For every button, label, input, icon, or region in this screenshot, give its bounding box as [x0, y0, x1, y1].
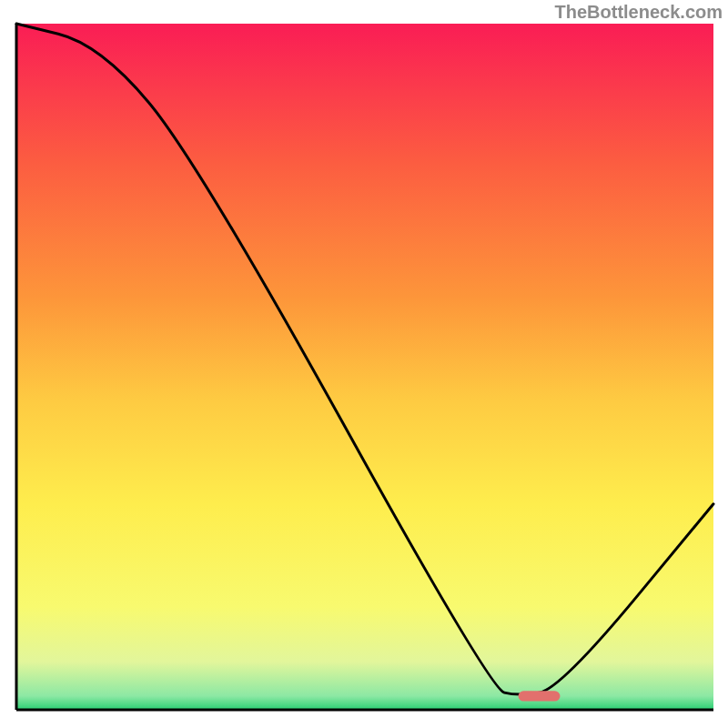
plot-background	[16, 24, 713, 710]
bottleneck-chart	[0, 0, 728, 728]
optimal-marker	[519, 691, 561, 701]
watermark-label: TheBottleneck.com	[555, 2, 723, 23]
chart-container: TheBottleneck.com	[0, 0, 728, 728]
